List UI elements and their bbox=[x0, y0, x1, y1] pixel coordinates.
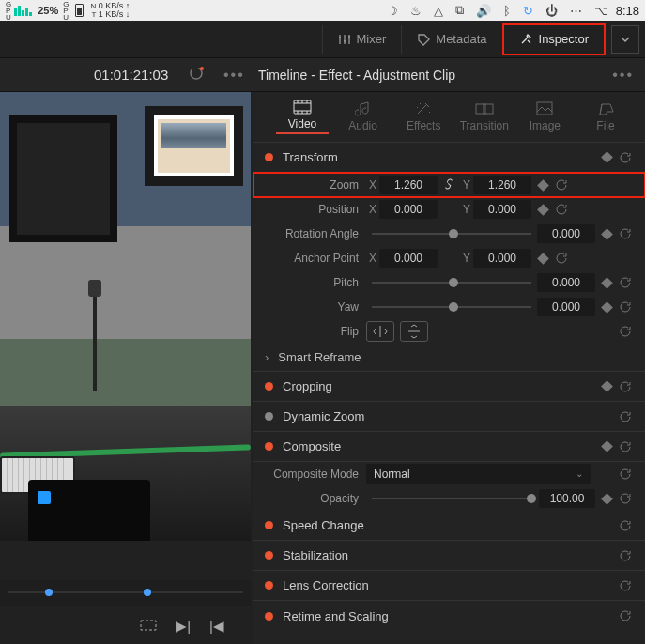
keyframe-icon[interactable] bbox=[601, 440, 613, 452]
section-label: Stabilization bbox=[283, 548, 348, 562]
enable-dot[interactable] bbox=[265, 581, 273, 590]
bypass-icon[interactable] bbox=[188, 65, 205, 84]
reset-icon[interactable] bbox=[553, 250, 570, 267]
reset-icon[interactable] bbox=[617, 517, 634, 534]
keyframe-icon[interactable] bbox=[601, 301, 613, 314]
reset-icon[interactable] bbox=[617, 607, 634, 624]
section-transform[interactable]: Transform bbox=[253, 143, 645, 173]
keyframe-icon[interactable] bbox=[601, 493, 613, 505]
reset-icon[interactable] bbox=[617, 408, 634, 425]
reset-icon[interactable] bbox=[617, 438, 634, 455]
bluetooth-icon[interactable]: ᛒ bbox=[503, 4, 511, 18]
timecode[interactable]: 01:01:21:03 bbox=[94, 67, 168, 83]
section-label: Lens Correction bbox=[283, 578, 369, 592]
prev-button[interactable]: |◀ bbox=[209, 618, 224, 635]
enable-dot[interactable] bbox=[265, 442, 273, 451]
reset-icon[interactable] bbox=[617, 323, 634, 340]
viewer-options[interactable]: ••• bbox=[223, 67, 245, 84]
section-retime[interactable]: Retime and Scaling bbox=[253, 601, 645, 631]
tab-transition[interactable]: Transition bbox=[458, 101, 511, 132]
reset-icon[interactable] bbox=[617, 274, 634, 291]
dropbox-icon[interactable]: ⧉ bbox=[455, 3, 464, 18]
metadata-button[interactable]: Metadata bbox=[401, 25, 501, 54]
enable-dot[interactable] bbox=[265, 521, 273, 529]
expand-button[interactable] bbox=[611, 25, 639, 54]
keyframe-icon[interactable] bbox=[601, 151, 613, 163]
transport-controls: ▶| |◀ bbox=[0, 608, 251, 644]
section-composite[interactable]: Composite bbox=[253, 432, 645, 462]
sync-icon[interactable]: ↻ bbox=[523, 4, 533, 18]
keyframe-icon[interactable] bbox=[537, 179, 549, 192]
reset-icon[interactable] bbox=[617, 149, 634, 166]
mixer-button[interactable]: Mixer bbox=[322, 25, 402, 54]
reset-icon[interactable] bbox=[617, 225, 634, 242]
reset-icon[interactable] bbox=[553, 176, 570, 193]
reset-icon[interactable] bbox=[553, 201, 570, 218]
keyframe-icon[interactable] bbox=[601, 277, 613, 289]
flip-label: Flip bbox=[267, 325, 366, 338]
volume-icon[interactable]: 🔊 bbox=[476, 4, 491, 18]
section-cropping[interactable]: Cropping bbox=[253, 372, 645, 402]
triangle-icon[interactable]: △ bbox=[434, 4, 443, 18]
enable-dot[interactable] bbox=[265, 382, 273, 391]
opacity-input[interactable]: 100.00 bbox=[539, 489, 595, 508]
viewer[interactable] bbox=[0, 92, 251, 541]
yaw-input[interactable]: 0.000 bbox=[537, 298, 595, 316]
loop-button[interactable] bbox=[140, 619, 157, 635]
clock[interactable]: 8:18 bbox=[616, 4, 639, 18]
keyframe-icon[interactable] bbox=[601, 380, 613, 392]
anchor-y-input[interactable]: 0.000 bbox=[473, 249, 531, 268]
section-smart-reframe[interactable]: › Smart Reframe bbox=[253, 344, 645, 372]
keyframe-icon[interactable] bbox=[601, 228, 613, 240]
enable-dot[interactable] bbox=[265, 153, 273, 161]
reset-icon[interactable] bbox=[617, 378, 634, 395]
enable-dot[interactable] bbox=[265, 612, 273, 621]
marker-1[interactable] bbox=[45, 589, 53, 596]
zoom-x-input[interactable]: 1.260 bbox=[379, 176, 438, 194]
reset-icon[interactable] bbox=[617, 490, 634, 507]
pos-y-input[interactable]: 0.000 bbox=[473, 200, 531, 219]
tab-video[interactable]: Video bbox=[276, 100, 329, 134]
tab-audio[interactable]: Audio bbox=[337, 101, 390, 132]
flip-v-button[interactable] bbox=[400, 321, 428, 342]
marker-2[interactable] bbox=[144, 589, 151, 596]
anchor-x-input[interactable]: 0.000 bbox=[379, 249, 438, 268]
flame-icon[interactable]: ♨ bbox=[410, 4, 422, 18]
keyframe-icon[interactable] bbox=[537, 253, 549, 265]
section-stabilization[interactable]: Stabilization bbox=[253, 541, 645, 571]
control-center-icon[interactable]: ⌥ bbox=[594, 4, 608, 18]
reset-icon[interactable] bbox=[617, 547, 634, 564]
inspector-button[interactable]: Inspector bbox=[502, 23, 606, 55]
yaw-slider[interactable] bbox=[372, 298, 531, 316]
section-dynamic-zoom[interactable]: Dynamic Zoom bbox=[253, 402, 645, 432]
composite-mode-select[interactable]: Normal ⌄ bbox=[366, 464, 591, 484]
rotation-input[interactable]: 0.000 bbox=[537, 224, 595, 243]
reset-icon[interactable] bbox=[617, 577, 634, 594]
pitch-slider[interactable] bbox=[372, 273, 531, 292]
reset-icon[interactable] bbox=[617, 466, 634, 483]
tab-effects[interactable]: Effects bbox=[397, 101, 450, 132]
section-speed[interactable]: Speed Change bbox=[253, 511, 645, 541]
audio-box bbox=[28, 480, 150, 541]
next-button[interactable]: ▶| bbox=[176, 618, 191, 635]
timeline-strip[interactable] bbox=[0, 580, 251, 606]
pos-x-input[interactable]: 0.000 bbox=[379, 200, 438, 219]
system-tray[interactable]: ☽ ♨ △ ⧉ 🔊 ᛒ ↻ ⏻ ⋯ ⌥ bbox=[387, 3, 608, 18]
section-lens[interactable]: Lens Correction bbox=[253, 571, 645, 601]
more-icon[interactable]: ⋯ bbox=[570, 4, 582, 18]
link-icon[interactable] bbox=[438, 177, 460, 193]
inspector-options[interactable]: ••• bbox=[612, 67, 634, 84]
opacity-slider[interactable] bbox=[372, 489, 533, 508]
do-not-disturb-icon[interactable]: ☽ bbox=[387, 4, 398, 18]
tab-image[interactable]: Image bbox=[518, 101, 571, 132]
pitch-input[interactable]: 0.000 bbox=[537, 273, 595, 292]
flip-h-button[interactable] bbox=[366, 321, 394, 342]
tab-file[interactable]: File bbox=[579, 101, 632, 132]
reset-icon[interactable] bbox=[617, 299, 634, 315]
power-icon[interactable]: ⏻ bbox=[545, 4, 558, 18]
enable-dot[interactable] bbox=[265, 551, 273, 560]
rotation-slider[interactable] bbox=[372, 224, 531, 243]
keyframe-icon[interactable] bbox=[537, 204, 549, 216]
enable-dot[interactable] bbox=[265, 412, 273, 421]
zoom-y-input[interactable]: 1.260 bbox=[473, 176, 531, 194]
